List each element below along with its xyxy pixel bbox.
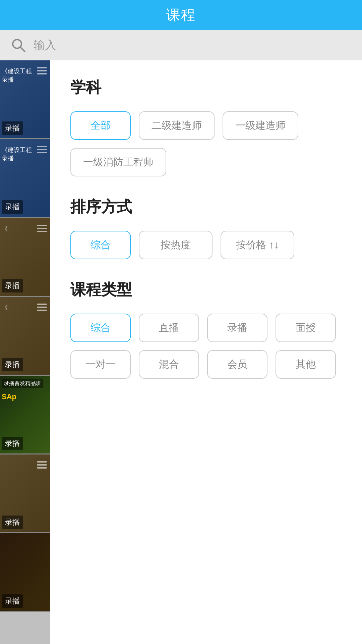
svg-line-1 bbox=[20, 47, 25, 52]
list-item[interactable]: 录播 bbox=[0, 533, 50, 612]
sort-buttons-grid: 综合 按热度 按价格 ↑↓ bbox=[70, 231, 345, 259]
subject-btn-1st[interactable]: 一级建造师 bbox=[223, 111, 298, 140]
course-tag: 录播 bbox=[2, 594, 23, 608]
filter-panel: 学科 全部 二级建造师 一级建造师 一级消防工程师 排序方式 综合 按热度 按价… bbox=[50, 60, 362, 644]
list-item[interactable]: 《建设工程录播 录播 bbox=[0, 60, 50, 139]
list-item[interactable]: 《 录播 bbox=[0, 297, 50, 376]
app-header: 课程 bbox=[0, 0, 362, 30]
course-tag: 录播 bbox=[2, 437, 23, 450]
subject-section-title: 学科 bbox=[70, 77, 345, 98]
type-btn-recorded[interactable]: 录播 bbox=[207, 314, 267, 342]
search-icon bbox=[10, 37, 27, 54]
course-tag: 录播 bbox=[2, 121, 23, 135]
sort-btn-popularity[interactable]: 按热度 bbox=[139, 231, 213, 259]
type-btn-mixed[interactable]: 混合 bbox=[139, 350, 199, 379]
type-btn-live[interactable]: 直播 bbox=[139, 314, 199, 342]
sort-section: 排序方式 综合 按热度 按价格 ↑↓ bbox=[70, 197, 345, 259]
subject-btn-fire[interactable]: 一级消防工程师 bbox=[70, 148, 166, 176]
subject-section: 学科 全部 二级建造师 一级建造师 一级消防工程师 bbox=[70, 77, 345, 176]
type-buttons-grid: 综合 直播 录播 面授 一对一 混合 会员 其他 bbox=[70, 314, 345, 379]
list-item[interactable]: 录播首发精品班 SAp 录播 bbox=[0, 376, 50, 454]
search-bar[interactable]: 输入 bbox=[0, 30, 362, 60]
subject-btn-all[interactable]: 全部 bbox=[70, 111, 131, 140]
type-btn-other[interactable]: 其他 bbox=[276, 350, 336, 379]
type-btn-offline[interactable]: 面授 bbox=[276, 314, 336, 342]
page-title: 课程 bbox=[166, 6, 196, 24]
sort-btn-price[interactable]: 按价格 ↑↓ bbox=[221, 231, 294, 259]
menu-icon bbox=[37, 67, 47, 74]
list-item[interactable]: 《 录播 bbox=[0, 218, 50, 297]
type-btn-member[interactable]: 会员 bbox=[207, 350, 267, 379]
course-title-overlay: 《 bbox=[2, 225, 8, 233]
type-btn-onetoone[interactable]: 一对一 bbox=[70, 350, 131, 379]
type-section: 课程类型 综合 直播 录播 面授 一对一 混合 会员 其他 bbox=[70, 279, 345, 379]
course-title-overlay: 《 bbox=[2, 304, 8, 312]
course-list: 《建设工程录播 录播 《建设工程录播 录播 《 录播 bbox=[0, 60, 50, 644]
main-content: 《建设工程录播 录播 《建设工程录播 录播 《 录播 bbox=[0, 60, 362, 644]
course-title-overlay: 《建设工程录播 bbox=[2, 146, 32, 163]
sort-section-title: 排序方式 bbox=[70, 197, 345, 217]
menu-icon bbox=[37, 461, 47, 469]
menu-icon bbox=[37, 225, 47, 232]
type-btn-comprehensive[interactable]: 综合 bbox=[70, 314, 131, 342]
sort-btn-comprehensive[interactable]: 综合 bbox=[70, 231, 131, 259]
course-tag: 录播 bbox=[2, 200, 23, 214]
course-tag: 录播 bbox=[2, 279, 23, 292]
menu-icon bbox=[37, 304, 47, 311]
course-tag: 录播 bbox=[2, 358, 23, 371]
subject-buttons-grid: 全部 二级建造师 一级建造师 一级消防工程师 bbox=[70, 111, 345, 176]
type-section-title: 课程类型 bbox=[70, 279, 345, 300]
course-tag: 录播 bbox=[2, 516, 23, 529]
list-item[interactable]: 录播 bbox=[0, 454, 50, 533]
subject-btn-2nd[interactable]: 二级建造师 bbox=[139, 111, 215, 140]
menu-icon bbox=[37, 146, 47, 153]
course-title-overlay: 《建设工程录播 bbox=[2, 67, 32, 84]
list-item[interactable]: 《建设工程录播 录播 bbox=[0, 139, 50, 218]
search-placeholder-text: 输入 bbox=[34, 38, 56, 53]
